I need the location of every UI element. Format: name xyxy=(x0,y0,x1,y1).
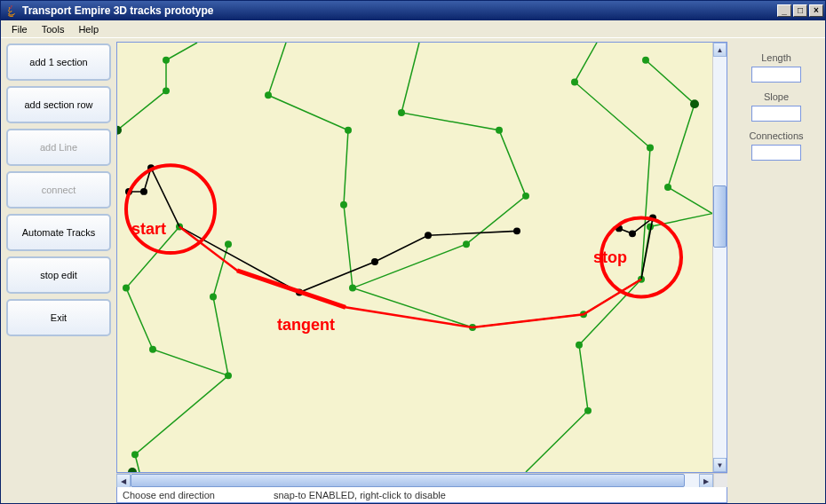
java-icon xyxy=(4,4,19,18)
menu-file[interactable]: File xyxy=(4,22,35,36)
svg-point-4 xyxy=(149,346,156,353)
window-title: Transport Empire 3D tracks prototype xyxy=(22,4,213,17)
h-scroll-thumb[interactable] xyxy=(131,474,685,487)
svg-point-18 xyxy=(463,240,470,248)
add-1-section-button[interactable]: add 1 section xyxy=(6,43,111,81)
svg-point-31 xyxy=(140,188,147,195)
connections-label: Connections xyxy=(733,130,820,141)
svg-point-10 xyxy=(345,127,352,134)
annotation-stop: stop xyxy=(593,248,627,267)
svg-point-29 xyxy=(128,468,137,472)
svg-point-3 xyxy=(123,285,130,292)
svg-point-12 xyxy=(349,285,356,292)
svg-point-8 xyxy=(131,451,139,458)
content: add 1 section add section row add Line c… xyxy=(1,38,825,503)
annotation-start: start xyxy=(131,220,166,239)
annotation-tangent: tangent xyxy=(277,316,335,335)
exit-button[interactable]: Exit xyxy=(6,299,111,336)
canvas[interactable]: start stop tangent xyxy=(117,43,712,472)
scroll-up-button[interactable]: ▲ xyxy=(713,43,727,57)
connect-button[interactable]: connect xyxy=(6,171,111,209)
add-section-row-button[interactable]: add section row xyxy=(6,86,111,123)
length-input[interactable] xyxy=(751,67,801,83)
menubar: File Tools Help xyxy=(1,20,825,38)
center-panel: start stop tangent ▲ ▼ ◀ ▶ Choose end di… xyxy=(116,38,727,503)
close-button[interactable]: × xyxy=(809,4,823,17)
properties-panel: Length Slope Connections xyxy=(727,38,825,503)
app-window: Transport Empire 3D tracks prototype _ □… xyxy=(0,0,826,504)
canvas-wrap: start stop tangent ▲ ▼ xyxy=(116,42,727,473)
maximize-button[interactable]: □ xyxy=(793,4,807,17)
svg-point-17 xyxy=(522,193,529,200)
svg-point-35 xyxy=(425,232,432,239)
svg-point-22 xyxy=(576,342,583,349)
svg-point-16 xyxy=(496,127,503,134)
svg-point-38 xyxy=(629,230,636,237)
add-line-button[interactable]: add Line xyxy=(6,129,111,166)
svg-point-7 xyxy=(225,240,232,248)
tool-panel: add 1 section add section row add Line c… xyxy=(1,38,116,503)
svg-point-1 xyxy=(163,57,170,64)
minimize-button[interactable]: _ xyxy=(777,4,791,17)
status-snap: snap-to ENABLED, right-click to disable xyxy=(268,490,451,500)
v-scroll-thumb[interactable] xyxy=(713,185,727,248)
svg-point-20 xyxy=(647,145,654,152)
connections-input[interactable] xyxy=(751,145,801,161)
svg-line-40 xyxy=(237,271,345,307)
slope-label: Slope xyxy=(733,91,820,102)
scroll-left-button[interactable]: ◀ xyxy=(116,474,131,488)
v-scroll-track[interactable] xyxy=(713,57,727,458)
svg-point-34 xyxy=(371,258,378,265)
svg-point-23 xyxy=(584,407,592,414)
length-label: Length xyxy=(733,52,820,63)
svg-point-11 xyxy=(340,201,347,209)
svg-point-15 xyxy=(398,109,405,116)
svg-point-9 xyxy=(265,91,272,98)
h-scroll-track[interactable] xyxy=(131,474,699,487)
menu-help[interactable]: Help xyxy=(71,22,106,36)
svg-point-25 xyxy=(664,184,671,191)
vertical-scrollbar[interactable]: ▲ ▼ xyxy=(712,43,727,472)
svg-point-5 xyxy=(225,372,232,379)
scroll-right-button[interactable]: ▶ xyxy=(699,474,713,488)
horizontal-scrollbar[interactable]: ◀ ▶ xyxy=(116,473,727,487)
statusbar: Choose end direction snap-to ENABLED, ri… xyxy=(116,487,727,503)
menu-tools[interactable]: Tools xyxy=(35,22,72,36)
svg-point-0 xyxy=(163,87,170,94)
svg-point-28 xyxy=(690,99,699,108)
svg-point-36 xyxy=(513,227,520,234)
scroll-corner xyxy=(713,474,727,487)
scroll-down-button[interactable]: ▼ xyxy=(713,458,727,472)
automate-tracks-button[interactable]: Automate Tracks xyxy=(6,214,111,251)
svg-point-6 xyxy=(210,293,217,300)
window-controls: _ □ × xyxy=(775,4,825,17)
slope-input[interactable] xyxy=(751,106,801,122)
svg-point-24 xyxy=(642,57,649,64)
status-hint: Choose end direction xyxy=(117,490,268,500)
stop-edit-button[interactable]: stop edit xyxy=(6,256,111,294)
titlebar: Transport Empire 3D tracks prototype _ □… xyxy=(1,1,825,20)
svg-point-19 xyxy=(571,78,578,85)
